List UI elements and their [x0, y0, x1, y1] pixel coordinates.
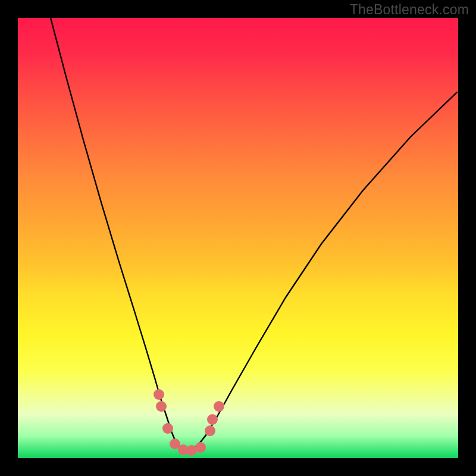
plot-area: [18, 18, 458, 458]
watermark-text: TheBottleneck.com: [350, 2, 469, 18]
bottleneck-curve-path: [51, 18, 457, 450]
curve-marker: [205, 425, 215, 436]
curve-marker: [207, 414, 218, 425]
curve-marker: [195, 442, 206, 453]
curve-marker: [156, 401, 167, 412]
chart-frame: TheBottleneck.com: [0, 0, 476, 476]
bottleneck-curve-svg: [18, 18, 458, 458]
curve-marker: [162, 423, 173, 434]
curve-marker: [154, 389, 164, 400]
curve-marker: [214, 401, 224, 412]
marker-group: [154, 389, 224, 456]
